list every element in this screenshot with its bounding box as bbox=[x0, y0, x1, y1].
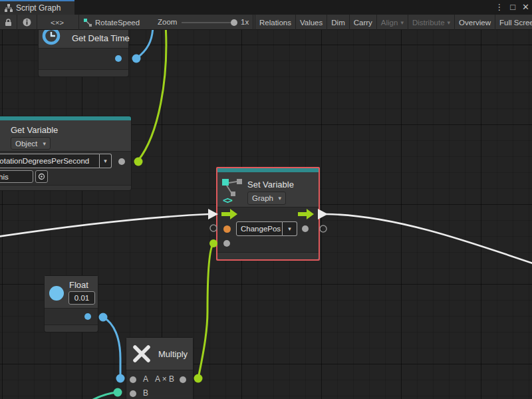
inspect-button[interactable] bbox=[17, 15, 37, 30]
chevron-down-icon[interactable]: ▾ bbox=[100, 154, 112, 168]
maximize-icon[interactable]: □ bbox=[510, 0, 515, 15]
node-title: Set Variable bbox=[247, 180, 294, 190]
distribute-button[interactable]: Distribute▾ bbox=[408, 15, 454, 30]
wire-end-dot bbox=[132, 55, 141, 63]
wire-end-dot bbox=[99, 313, 108, 322]
wire-to-multiply-b[interactable] bbox=[90, 392, 117, 399]
graph-breadcrumb-icon bbox=[84, 19, 92, 27]
variable-scope-dropdown[interactable]: Object ▾ bbox=[11, 137, 51, 150]
node-category: Time bbox=[72, 30, 86, 31]
script-graph-window: Script Graph ⋮ □ ✕ <×> bbox=[0, 0, 532, 399]
svg-text:<>: <> bbox=[223, 195, 232, 205]
lock-icon bbox=[5, 19, 12, 27]
graph-canvas[interactable]: Time Get Delta Time Get Variable Object … bbox=[0, 30, 532, 399]
chevron-down-icon: ▾ bbox=[400, 19, 404, 26]
wire-flow-out[interactable] bbox=[326, 214, 532, 264]
node-get-variable[interactable]: Get Variable Object ▾ RotationDegreesPer… bbox=[0, 116, 131, 190]
breadcrumb[interactable]: RotateSpeed bbox=[84, 15, 140, 30]
unconnected-port-circle[interactable] bbox=[320, 225, 327, 232]
title-bar: Script Graph ⋮ □ ✕ bbox=[0, 0, 532, 15]
input-port-variable-name[interactable] bbox=[223, 225, 231, 233]
lock-button[interactable] bbox=[0, 15, 17, 30]
zoom-label: Zoom bbox=[158, 18, 177, 26]
target-icon bbox=[38, 173, 45, 180]
zoom-slider-handle[interactable] bbox=[231, 19, 237, 26]
full-screen-button[interactable]: Full Screen bbox=[495, 15, 532, 30]
variable-name-field[interactable]: RotationDegreesPerSecond ▾ bbox=[0, 154, 112, 168]
chevron-down-icon: ▾ bbox=[278, 195, 281, 201]
info-icon bbox=[23, 18, 31, 27]
graph-variable-icon: <> bbox=[222, 179, 245, 205]
wire-multiply-to-set-variable[interactable] bbox=[198, 243, 213, 378]
graph-toolbar: <×> RotateSpeed Zoom 1x Relations Values… bbox=[0, 15, 532, 30]
node-get-delta-time[interactable]: Time Get Delta Time bbox=[39, 30, 128, 76]
values-button[interactable]: Values bbox=[295, 15, 327, 30]
tab-label: Script Graph bbox=[16, 3, 61, 13]
node-multiply[interactable]: Multiply A A × B B bbox=[126, 338, 193, 399]
tab-script-graph[interactable]: Script Graph bbox=[0, 0, 74, 15]
input-port-b[interactable] bbox=[130, 390, 136, 397]
output-port-variable-value[interactable] bbox=[302, 225, 309, 232]
window-controls: ⋮ □ ✕ bbox=[495, 0, 529, 15]
multiply-icon bbox=[132, 344, 152, 364]
carry-button[interactable]: Carry bbox=[349, 15, 376, 30]
zoom-slider-track[interactable] bbox=[182, 22, 233, 23]
zoom-to-fit-label: <×> bbox=[51, 19, 64, 27]
float-icon bbox=[49, 285, 65, 301]
node-title: Multiply bbox=[158, 349, 188, 359]
script-graph-icon bbox=[5, 4, 13, 12]
flow-output-port[interactable] bbox=[298, 209, 314, 219]
output-port-float[interactable] bbox=[84, 313, 91, 320]
wire-end-dot bbox=[194, 374, 203, 383]
variable-target-field[interactable]: This bbox=[0, 170, 33, 183]
variable-scope-dropdown[interactable]: Graph ▾ bbox=[247, 192, 286, 205]
wire-delta-time-output[interactable] bbox=[136, 30, 153, 59]
output-port-product[interactable] bbox=[180, 376, 186, 383]
wire-end-dot bbox=[116, 374, 125, 383]
overview-button[interactable]: Overview bbox=[454, 15, 495, 30]
wire-into-get-variable[interactable] bbox=[138, 30, 166, 160]
float-value-input[interactable]: 0.01 bbox=[68, 291, 95, 305]
output-port-delta-time[interactable] bbox=[115, 55, 122, 62]
node-float[interactable]: Float 0.01 bbox=[45, 276, 98, 332]
chevron-down-icon: ▾ bbox=[43, 140, 46, 147]
flow-input-port[interactable] bbox=[221, 209, 237, 219]
toolbar-buttons: Relations Values Dim Carry Align▾ Distri… bbox=[255, 15, 532, 30]
zoom-to-fit-button[interactable]: <×> bbox=[37, 15, 77, 30]
input-port-fallback[interactable] bbox=[223, 240, 230, 247]
variable-name-field[interactable]: ChangePos ▾ bbox=[236, 221, 297, 236]
node-title: Get Variable bbox=[11, 125, 58, 135]
chevron-down-icon: ▾ bbox=[448, 19, 451, 26]
breadcrumb-label: RotateSpeed bbox=[95, 19, 140, 27]
input-port-a[interactable] bbox=[130, 376, 136, 383]
node-set-variable[interactable]: <> Set Variable Graph ▾ ChangePos bbox=[216, 167, 320, 261]
node-title: Get Delta Time bbox=[72, 33, 130, 43]
wire-end-dot bbox=[134, 158, 143, 166]
wire-flow-in[interactable] bbox=[0, 214, 209, 237]
node-title: Float bbox=[69, 280, 88, 290]
close-icon[interactable]: ✕ bbox=[522, 0, 529, 15]
clock-icon bbox=[42, 30, 61, 45]
align-button[interactable]: Align▾ bbox=[376, 15, 408, 30]
object-picker-button[interactable] bbox=[35, 170, 48, 183]
output-port-variable-value[interactable] bbox=[118, 158, 125, 165]
wire-float-to-multiply[interactable] bbox=[103, 317, 120, 377]
relations-button[interactable]: Relations bbox=[255, 15, 295, 30]
window-menu-icon[interactable]: ⋮ bbox=[495, 0, 503, 15]
wire-end-dot bbox=[114, 388, 122, 397]
chevron-down-icon[interactable]: ▾ bbox=[283, 221, 297, 236]
zoom-value: 1x bbox=[241, 18, 249, 26]
dim-button[interactable]: Dim bbox=[327, 15, 348, 30]
